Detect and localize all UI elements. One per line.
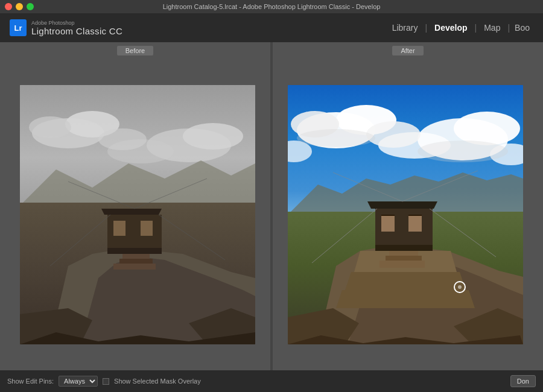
svg-rect-47 (408, 215, 422, 232)
svg-point-39 (418, 141, 508, 162)
svg-point-38 (297, 129, 375, 147)
nav-sep-1: | (425, 23, 427, 33)
nav-develop[interactable]: Develop (428, 21, 473, 35)
svg-rect-48 (381, 215, 395, 216)
nav-links: Library | Develop | Map | Boo (386, 21, 533, 35)
before-label-cell: Before (0, 42, 270, 59)
svg-rect-58 (389, 251, 418, 256)
svg-rect-27 (113, 264, 156, 270)
svg-rect-15 (113, 221, 125, 236)
before-photo (20, 85, 255, 344)
done-button[interactable]: Don (510, 375, 536, 387)
svg-marker-52 (345, 272, 466, 290)
fullscreen-button[interactable] (27, 3, 34, 10)
svg-rect-26 (119, 259, 153, 264)
after-label-cell: After (273, 42, 543, 59)
svg-rect-17 (107, 248, 162, 254)
svg-point-4 (29, 116, 71, 138)
close-button[interactable] (5, 3, 12, 10)
svg-marker-45 (367, 201, 437, 209)
navbar: Lr Adobe Photoshop Lightroom Classic CC … (0, 13, 543, 42)
after-photo-container (288, 85, 523, 344)
svg-point-65 (458, 285, 462, 289)
main-content: Before After (0, 42, 543, 370)
labels-row: Before After (0, 42, 543, 59)
app-name: Lightroom Classic CC (31, 26, 122, 36)
svg-marker-14 (101, 209, 162, 215)
logo-area: Lr Adobe Photoshop Lightroom Classic CC (10, 19, 122, 36)
svg-marker-53 (336, 290, 475, 308)
lr-badge: Lr (10, 19, 27, 36)
svg-point-33 (454, 112, 520, 145)
before-panel (0, 59, 270, 370)
bottom-toolbar: Show Edit Pins: Always Show Selected Mas… (0, 370, 543, 392)
svg-rect-49 (408, 215, 422, 216)
before-photo-container (20, 85, 255, 344)
always-dropdown[interactable]: Always (59, 376, 98, 387)
titlebar: Lightroom Catalog-5.lrcat - Adobe Photos… (0, 0, 543, 13)
nav-sep-2: | (475, 23, 477, 33)
panel-divider[interactable] (270, 59, 273, 370)
traffic-lights (5, 3, 34, 10)
nav-sep-3: | (507, 23, 510, 33)
show-mask-checkbox[interactable] (103, 378, 109, 385)
logo-text: Adobe Photoshop Lightroom Classic CC (31, 20, 122, 36)
show-mask-label: Show Selected Mask Overlay (114, 378, 201, 385)
svg-rect-25 (122, 254, 150, 259)
svg-point-35 (366, 121, 421, 148)
svg-point-6 (183, 123, 243, 150)
images-row (0, 59, 543, 370)
nav-map[interactable]: Map (478, 21, 506, 35)
after-label: After (392, 46, 423, 55)
adobe-label: Adobe Photoshop (31, 20, 122, 26)
window-title: Lightroom Catalog-5.lrcat - Adobe Photos… (163, 3, 381, 10)
after-panel (273, 59, 543, 370)
svg-point-8 (98, 128, 147, 150)
show-edit-pins-label: Show Edit Pins: (7, 378, 54, 385)
svg-rect-46 (381, 215, 395, 232)
nav-more[interactable]: Boo (511, 21, 533, 35)
minimize-button[interactable] (16, 3, 23, 10)
svg-rect-59 (386, 256, 422, 261)
svg-rect-16 (141, 221, 153, 236)
after-photo (288, 85, 523, 344)
svg-rect-50 (375, 245, 433, 251)
before-label: Before (117, 46, 153, 55)
nav-library[interactable]: Library (386, 21, 424, 35)
svg-rect-60 (379, 261, 425, 268)
